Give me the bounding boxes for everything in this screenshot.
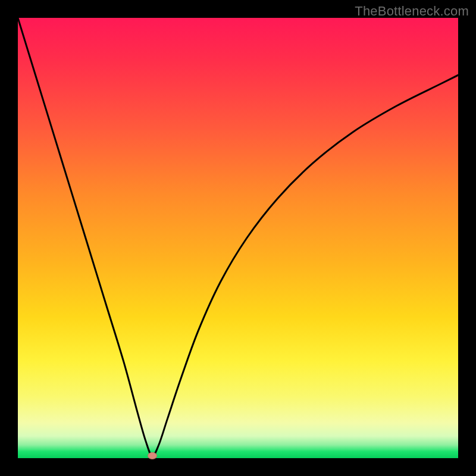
plot-area <box>18 18 458 458</box>
curve-svg <box>18 18 458 458</box>
watermark-text: TheBottleneck.com <box>355 4 469 19</box>
bottleneck-curve <box>18 18 458 456</box>
chart-frame: TheBottleneck.com <box>0 0 476 476</box>
curve-min-marker <box>148 452 157 459</box>
